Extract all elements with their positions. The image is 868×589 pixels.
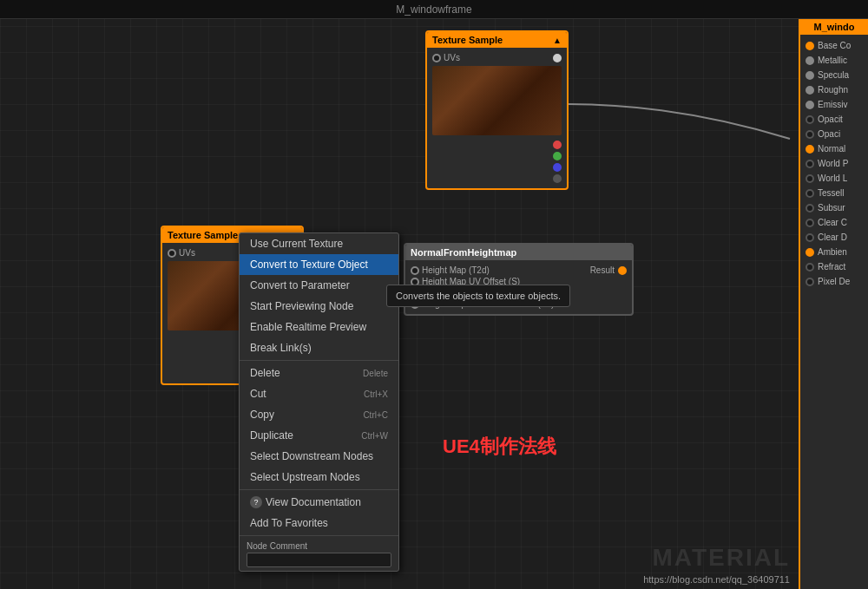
pin-label-base: Base Co: [818, 41, 851, 50]
pin-label-ambien: Ambien: [818, 247, 847, 257]
pin-dot-specular: [806, 71, 814, 80]
pin-dot-normal: [806, 145, 814, 154]
menu-select-upstream[interactable]: Select Upstream Nodes: [240, 467, 398, 488]
pin-normal: Normal: [800, 141, 868, 156]
output-pin-red-top: [553, 141, 562, 149]
menu-use-current-texture[interactable]: Use Current Texture: [240, 233, 398, 254]
node-comment-section: Node Comment: [240, 538, 398, 571]
pin-label-tessell: Tessell: [818, 188, 845, 198]
menu-separator-1: [240, 360, 398, 361]
documentation-icon: ?: [250, 496, 262, 508]
pin-dot-clearc: [806, 219, 814, 227]
texture-sample-title-top: Texture Sample: [432, 35, 503, 45]
result-output-pin: [618, 266, 627, 275]
menu-copy[interactable]: Copy Ctrl+C: [240, 404, 398, 425]
pin-pixelde: Pixel De: [800, 274, 868, 289]
pin-opacity2: Opaci: [800, 127, 868, 141]
pin-dot-opacity2: [806, 130, 814, 139]
menu-cut[interactable]: Cut Ctrl+X: [240, 383, 398, 404]
menu-break-links[interactable]: Break Link(s): [240, 337, 398, 358]
texture-sample-header-top: Texture Sample ▲: [427, 32, 567, 48]
normal-pin-heightmap-label: Height Map (T2d): [411, 265, 490, 275]
texture-preview-top: [432, 66, 562, 135]
menu-delete[interactable]: Delete Delete: [240, 363, 398, 383]
pin-dot-base: [806, 42, 814, 50]
pin-dot-worldpos: [806, 160, 814, 168]
right-panel: M_windo Base Co Metallic Specula Roughn …: [799, 19, 868, 589]
normal-header: NormalFromHeightmap: [405, 245, 632, 260]
pin-emissive: Emissiv: [800, 97, 868, 112]
menu-add-to-favorites[interactable]: Add To Favorites: [240, 513, 398, 533]
texture-uvs-label-bottom: UVs: [168, 248, 195, 258]
pin-label-clearc: Clear C: [818, 218, 847, 227]
normal-pin-heightmap: Height Map (T2d) Result: [411, 265, 627, 275]
menu-start-previewing[interactable]: Start Previewing Node: [240, 296, 398, 317]
pin-label-emissive: Emissiv: [818, 100, 847, 109]
context-menu-tooltip: Converts the objects to texture objects.: [386, 285, 570, 307]
pin-dot-emissive: [806, 101, 814, 109]
pin-label-opacity2: Opaci: [818, 129, 840, 139]
pin-clearc: Clear C: [800, 215, 868, 230]
menu-convert-to-parameter[interactable]: Convert to Parameter: [240, 275, 398, 296]
pin-base-color: Base Co: [800, 38, 868, 53]
pin-dot-roughness: [806, 86, 814, 95]
pin-label-refract: Refract: [818, 262, 845, 272]
heightmap-pin-circle: [411, 266, 419, 275]
menu-select-downstream[interactable]: Select Downstream Nodes: [240, 446, 398, 467]
watermark-text: MATERIAL: [652, 544, 790, 572]
pin-label-worldpos: World P: [818, 159, 848, 168]
pin-refract: Refract: [800, 259, 868, 274]
pin-label-subsur: Subsur: [818, 203, 845, 213]
pin-metallic: Metallic: [800, 53, 868, 68]
uvs-pin-circle-top: [432, 54, 441, 62]
pin-dot-metallic: [806, 56, 814, 65]
menu-convert-texture-object[interactable]: Convert to Texture Object: [240, 254, 398, 275]
pin-dot-subsur: [806, 204, 814, 213]
pin-dot-opacity1: [806, 115, 814, 124]
output-pin-blue-top: [553, 163, 562, 172]
pin-subsur: Subsur: [800, 200, 868, 215]
tooltip-text: Converts the objects to texture objects.: [396, 291, 561, 301]
top-bar: M_windowframe: [0, 0, 868, 19]
pin-label-cleard: Clear D: [818, 232, 847, 242]
pin-ambien: Ambien: [800, 245, 868, 259]
texture-sample-arrow-top: ▲: [553, 36, 562, 45]
window-title: M_windowframe: [396, 3, 471, 16]
node-comment-input[interactable]: [247, 553, 391, 567]
output-pin-alpha-top: [553, 174, 562, 183]
output-pin-green-top: [553, 152, 562, 160]
uvs-pin-circle-bottom: [168, 249, 176, 258]
normal-title: NormalFromHeightmap: [411, 247, 516, 258]
pin-label-roughness: Roughn: [818, 85, 848, 95]
pin-label-opacity1: Opacit: [818, 115, 843, 124]
texture-sample-title-bottom: Texture Sample: [168, 230, 238, 240]
context-menu: Use Current Texture Convert to Texture O…: [239, 232, 399, 572]
pin-cleard: Clear D: [800, 230, 868, 245]
pin-dot-worldl: [806, 174, 814, 183]
pin-worldpos: World P: [800, 156, 868, 171]
menu-separator-3: [240, 535, 398, 536]
normal-result-label: Result: [590, 265, 627, 275]
pin-dot-pixelde: [806, 278, 814, 286]
menu-view-documentation[interactable]: ? View Documentation: [240, 492, 398, 513]
pin-label-metallic: Metallic: [818, 56, 847, 65]
menu-duplicate[interactable]: Duplicate Ctrl+W: [240, 425, 398, 446]
texture-uvs-label-top: UVs: [432, 53, 460, 62]
chinese-label: UE4制作法线: [443, 434, 556, 460]
node-comment-label: Node Comment: [247, 541, 391, 551]
right-panel-pins: Base Co Metallic Specula Roughn Emissiv …: [800, 35, 868, 292]
pin-tessell: Tessell: [800, 186, 868, 200]
output-pin-white-top: [553, 54, 562, 62]
pin-label-pixelde: Pixel De: [818, 277, 850, 286]
menu-enable-realtime[interactable]: Enable Realtime Preview: [240, 317, 398, 337]
url-text: https://blog.csdn.net/qq_36409711: [643, 574, 790, 585]
pin-label-worldl: World L: [818, 173, 847, 183]
pin-dot-ambien: [806, 248, 814, 257]
pin-specular: Specula: [800, 68, 868, 82]
pin-roughness: Roughn: [800, 82, 868, 97]
pin-opacity1: Opacit: [800, 112, 868, 127]
texture-sample-node-top[interactable]: Texture Sample ▲ UVs: [425, 30, 569, 190]
pin-dot-refract: [806, 263, 814, 272]
pin-label-normal: Normal: [818, 144, 845, 154]
pin-label-specular: Specula: [818, 70, 849, 80]
